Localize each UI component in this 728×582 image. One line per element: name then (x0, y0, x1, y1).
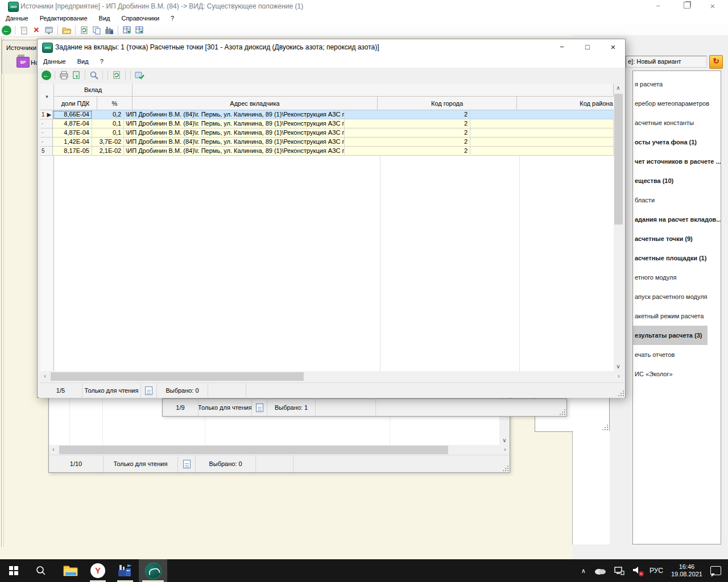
table-row[interactable]: ·4,87E-040,1\ИП Дробинин В.М. (84)\г. Пе… (40, 119, 614, 128)
delete-button[interactable]: × (30, 24, 43, 36)
minimize-button[interactable]: − (648, 0, 668, 13)
back-button[interactable]: ← (0, 24, 13, 36)
cell-district-code[interactable] (470, 119, 614, 128)
sidebar-item[interactable]: ещества (10) (633, 171, 721, 190)
sidebar-item[interactable]: чет источников в расчете ... (633, 152, 721, 171)
cell-address[interactable]: \ИП Дробинин В.М. (84)\г. Пермь, ул. Кал… (124, 128, 345, 138)
scroll-left-icon[interactable]: ‹ (49, 445, 58, 454)
cell-address[interactable]: \ИП Дробинин В.М. (84)\г. Пермь, ул. Кал… (124, 147, 345, 156)
dialog-maximize-button[interactable]: □ (578, 41, 597, 53)
cell-district-code[interactable] (470, 138, 614, 147)
row-header-cell[interactable]: · (40, 119, 53, 128)
table-row[interactable]: 1▶8,66E-040,2\ИП Дробинин В.М. (84)\г. П… (40, 110, 614, 119)
sidebar-item[interactable]: асчетные точки (9) (633, 229, 721, 248)
scroll-down-icon[interactable]: ∨ (500, 436, 509, 445)
col-header-doli-pdk[interactable]: доли ПДК (54, 97, 97, 110)
sidebar-item[interactable]: апуск расчетного модуля (633, 287, 721, 306)
col-header-percent[interactable]: % (97, 97, 133, 110)
search-button[interactable] (88, 69, 100, 81)
cell-percent[interactable]: 0,1 (92, 128, 124, 138)
dialog-hscrollbar[interactable]: ‹ › (40, 372, 623, 381)
scroll-thumb[interactable] (614, 94, 623, 225)
cell-doli-pdk[interactable]: 1,42E-04 (53, 138, 92, 147)
copy-button[interactable] (90, 24, 103, 36)
dialog-back-button[interactable]: ← (40, 69, 52, 81)
restore-button[interactable] (677, 0, 697, 13)
dialog-menu-dannye[interactable]: Данные (38, 58, 72, 65)
col-header-district-code[interactable]: Код района (517, 97, 614, 110)
cell-address[interactable]: \ИП Дробинин В.М. (84)\г. Пермь, ул. Кал… (124, 138, 345, 147)
dialog-close-button[interactable]: × (603, 41, 623, 53)
print-button[interactable] (57, 69, 70, 81)
sidebar-item[interactable]: ечать отчетов (633, 345, 721, 364)
cell-address[interactable]: \ИП Дробинин В.М. (84)\г. Пермь, ул. Кал… (124, 119, 345, 128)
sidebar-item[interactable]: асчетные площадки (1) (633, 248, 721, 268)
scroll-up-icon[interactable]: ∧ (614, 84, 623, 93)
taskbar-ecolog-sources-button[interactable] (111, 559, 139, 582)
scroll-right-icon[interactable]: › (614, 372, 623, 381)
dialog-vscrollbar[interactable]: ∧ ∨ (614, 84, 623, 371)
menu-redaktirovanie[interactable]: Редактирование (34, 15, 93, 22)
table-row[interactable]: 58,17E-052,1E-02\ИП Дробинин В.М. (84)\г… (40, 147, 614, 156)
apply-button[interactable] (133, 69, 146, 81)
dialog-minimize-button[interactable]: − (552, 41, 572, 53)
cell-percent[interactable]: 0,1 (92, 119, 124, 128)
cell-city-code[interactable]: 2 (345, 128, 470, 138)
cell-percent[interactable]: 3,7E-02 (92, 138, 124, 147)
cell-district-code[interactable] (470, 147, 614, 156)
start-button[interactable] (0, 559, 27, 582)
dialog-menu-help[interactable]: ? (94, 58, 109, 65)
cell-doli-pdk[interactable]: 8,17E-05 (53, 147, 92, 156)
volume-muted-icon[interactable]: × (632, 566, 642, 575)
taskbar-ecolog-active-button[interactable] (139, 559, 167, 582)
menu-dannye[interactable]: Данные (0, 15, 34, 22)
report-button[interactable] (103, 24, 115, 36)
tray-chevron-icon[interactable]: ∧ (581, 567, 586, 575)
properties-button[interactable] (43, 24, 55, 36)
cell-doli-pdk[interactable]: 4,87E-04 (53, 128, 92, 138)
refresh-button[interactable] (78, 24, 90, 36)
dialog-refresh-button[interactable] (110, 69, 123, 81)
table-row[interactable]: ·4,87E-040,1\ИП Дробинин В.М. (84)\г. Пе… (40, 128, 614, 138)
menu-help[interactable]: ? (165, 15, 180, 22)
cell-district-code[interactable] (470, 110, 614, 119)
group-header-vklad[interactable]: Вклад (54, 84, 133, 97)
menu-spravochniki[interactable]: Справочники (115, 15, 165, 22)
dialog-menu-vid[interactable]: Вид (72, 58, 94, 65)
sidebar-item[interactable]: бласти (633, 190, 721, 210)
sidebar-item[interactable]: еребор метеопараметров (633, 94, 721, 113)
cell-percent[interactable]: 2,1E-02 (92, 147, 124, 156)
onedrive-icon[interactable] (594, 567, 606, 575)
import-table-button[interactable] (121, 24, 133, 36)
clock[interactable]: 16:46 19.08.2021 (671, 563, 702, 578)
taskbar-explorer-button[interactable] (57, 559, 84, 582)
resize-grip[interactable] (559, 409, 565, 415)
new-button[interactable] (18, 24, 30, 36)
cell-city-code[interactable]: 2 (345, 147, 470, 156)
sidebar-item[interactable]: я расчета (633, 74, 721, 94)
sidebar-item[interactable]: асчетные константы (633, 113, 721, 132)
cell-percent[interactable]: 0,2 (92, 110, 124, 119)
row-header-cell[interactable]: 5 (40, 147, 53, 156)
tab-istochniki[interactable]: Источники (2, 40, 38, 55)
cell-doli-pdk[interactable]: 8,66E-04 (53, 110, 92, 119)
scroll-left-icon[interactable]: ‹ (40, 372, 49, 381)
menu-vid[interactable]: Вид (93, 15, 116, 22)
taskbar-search-button[interactable] (27, 559, 55, 582)
export-button[interactable] (70, 69, 82, 81)
taskbar-yandex-button[interactable]: Y (84, 559, 111, 582)
sidebar-item[interactable]: етного модуля (633, 268, 721, 287)
cell-city-code[interactable]: 2 (345, 110, 470, 119)
network-icon[interactable] (614, 566, 624, 575)
resize-grip[interactable] (502, 465, 508, 471)
sidebar-item[interactable]: осты учета фона (1) (633, 132, 721, 152)
variant-refresh-button[interactable]: ↻ (709, 55, 723, 69)
table-row[interactable]: ·1,42E-043,7E-02\ИП Дробинин В.М. (84)\г… (40, 138, 614, 147)
sidebar-item[interactable]: адания на расчет вкладов... (633, 210, 721, 229)
sidebar-item[interactable]: ИС «Эколог» (633, 364, 721, 384)
variant-field[interactable]: е]: Новый вариант (626, 56, 707, 68)
window-c-hscrollbar[interactable]: ‹ › (49, 445, 510, 455)
scroll-right-icon[interactable]: › (500, 445, 510, 454)
scroll-down-icon[interactable]: ∨ (614, 362, 623, 371)
action-center-icon[interactable] (710, 566, 721, 575)
